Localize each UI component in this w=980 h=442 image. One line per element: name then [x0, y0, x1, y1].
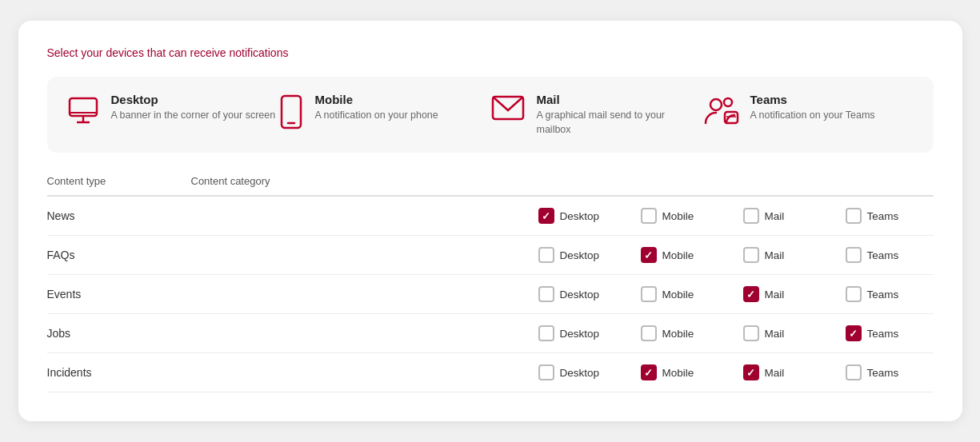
checkbox-label-news-mail: Mail	[765, 210, 785, 222]
check-item-incidents-mail[interactable]: Mail	[743, 364, 831, 380]
checkbox-label-events-desktop: Desktop	[560, 289, 600, 301]
checkbox-label-news-teams: Teams	[867, 210, 899, 222]
checkbox-label-faqs-teams: Teams	[867, 249, 899, 261]
checkbox-label-events-mail: Mail	[765, 289, 785, 301]
checkbox-label-incidents-mail: Mail	[765, 367, 785, 379]
row-label-incidents: Incidents	[47, 366, 191, 379]
row-checks-faqs: DesktopMobileMailTeams	[191, 247, 934, 263]
desktop-icon	[66, 94, 100, 133]
device-name-desktop: Desktop	[111, 93, 276, 106]
check-item-jobs-mobile[interactable]: Mobile	[641, 325, 729, 341]
row-checks-news: DesktopMobileMailTeams	[191, 208, 934, 224]
device-info-mail: Mail A graphical mail send to your mailb…	[537, 93, 702, 137]
checkbox-incidents-teams[interactable]	[846, 364, 862, 380]
device-cards-section: Desktop A banner in the corner of your s…	[47, 77, 934, 153]
device-card-teams: Teams A notification on your Teams	[702, 93, 914, 137]
check-item-incidents-teams[interactable]: Teams	[846, 364, 934, 380]
checkbox-jobs-teams[interactable]	[846, 325, 862, 341]
checkbox-label-news-desktop: Desktop	[560, 210, 600, 222]
checkbox-label-jobs-mobile: Mobile	[662, 328, 694, 340]
check-item-faqs-teams[interactable]: Teams	[846, 247, 934, 263]
device-card-mail: Mail A graphical mail send to your mailb…	[490, 93, 702, 137]
col-header-content-category: Content category	[191, 175, 934, 187]
row-label-news: News	[47, 209, 191, 222]
col-header-content-type: Content type	[47, 175, 191, 187]
device-name-teams: Teams	[750, 93, 875, 106]
checkbox-news-mobile[interactable]	[641, 208, 657, 224]
check-item-jobs-teams[interactable]: Teams	[846, 325, 934, 341]
checkbox-faqs-desktop[interactable]	[538, 247, 554, 263]
checkbox-label-events-teams: Teams	[867, 289, 899, 301]
check-item-incidents-mobile[interactable]: Mobile	[641, 364, 729, 380]
checkbox-label-events-mobile: Mobile	[662, 289, 694, 301]
device-name-mobile: Mobile	[315, 93, 438, 106]
check-item-events-teams[interactable]: Teams	[846, 286, 934, 302]
device-desc-teams: A notification on your Teams	[750, 109, 875, 123]
device-card-mobile: Mobile A notification on your phone	[278, 93, 490, 137]
check-item-events-desktop[interactable]: Desktop	[538, 286, 626, 302]
teams-icon	[702, 94, 739, 131]
device-info-desktop: Desktop A banner in the corner of your s…	[111, 93, 276, 123]
mail-icon	[490, 94, 526, 126]
row-label-jobs: Jobs	[47, 327, 191, 340]
checkbox-events-mail[interactable]	[743, 286, 759, 302]
check-item-faqs-desktop[interactable]: Desktop	[538, 247, 626, 263]
checkbox-incidents-mail[interactable]	[743, 364, 759, 380]
row-label-faqs: FAQs	[47, 249, 191, 261]
checkbox-label-faqs-mail: Mail	[765, 249, 785, 261]
device-desc-mobile: A notification on your phone	[315, 109, 438, 123]
checkbox-faqs-mail[interactable]	[743, 247, 759, 263]
check-item-news-desktop[interactable]: Desktop	[538, 208, 626, 224]
checkbox-label-jobs-teams: Teams	[867, 328, 899, 340]
check-item-incidents-desktop[interactable]: Desktop	[538, 364, 626, 380]
row-checks-jobs: DesktopMobileMailTeams	[191, 325, 934, 341]
checkbox-news-mail[interactable]	[743, 208, 759, 224]
mobile-icon	[278, 94, 304, 134]
check-item-faqs-mail[interactable]: Mail	[743, 247, 831, 263]
check-item-faqs-mobile[interactable]: Mobile	[641, 247, 729, 263]
svg-point-7	[710, 99, 722, 110]
svg-point-8	[724, 98, 732, 106]
device-info-teams: Teams A notification on your Teams	[750, 93, 875, 123]
table-section: Content type Content category NewsDeskto…	[47, 175, 934, 392]
checkbox-events-desktop[interactable]	[538, 286, 554, 302]
main-card: Select your devices that can receive not…	[18, 21, 962, 421]
checkbox-news-desktop[interactable]	[538, 208, 554, 224]
row-label-events: Events	[47, 288, 191, 301]
checkbox-jobs-mobile[interactable]	[641, 325, 657, 341]
check-item-jobs-mail[interactable]: Mail	[743, 325, 831, 341]
row-checks-events: DesktopMobileMailTeams	[191, 286, 934, 302]
table-row: FAQsDesktopMobileMailTeams	[47, 236, 934, 275]
device-card-desktop: Desktop A banner in the corner of your s…	[66, 93, 278, 137]
checkbox-incidents-mobile[interactable]	[641, 364, 657, 380]
checkbox-events-mobile[interactable]	[641, 286, 657, 302]
checkbox-label-incidents-mobile: Mobile	[662, 367, 694, 379]
checkbox-label-incidents-teams: Teams	[867, 367, 899, 379]
check-item-news-teams[interactable]: Teams	[846, 208, 934, 224]
device-desc-mail: A graphical mail send to your mailbox	[537, 109, 702, 137]
checkbox-events-teams[interactable]	[846, 286, 862, 302]
checkbox-incidents-desktop[interactable]	[538, 364, 554, 380]
check-item-events-mobile[interactable]: Mobile	[641, 286, 729, 302]
checkbox-label-news-mobile: Mobile	[662, 210, 694, 222]
checkbox-label-faqs-desktop: Desktop	[560, 249, 600, 261]
device-name-mail: Mail	[537, 93, 702, 106]
check-item-jobs-desktop[interactable]: Desktop	[538, 325, 626, 341]
table-row: JobsDesktopMobileMailTeams	[47, 314, 934, 353]
checkbox-faqs-teams[interactable]	[846, 247, 862, 263]
checkbox-jobs-desktop[interactable]	[538, 325, 554, 341]
checkbox-label-jobs-desktop: Desktop	[560, 328, 600, 340]
checkbox-label-incidents-desktop: Desktop	[560, 367, 600, 379]
check-item-news-mail[interactable]: Mail	[743, 208, 831, 224]
checkbox-faqs-mobile[interactable]	[641, 247, 657, 263]
table-header: Content type Content category	[47, 175, 934, 197]
row-checks-incidents: DesktopMobileMailTeams	[191, 364, 934, 380]
checkbox-label-jobs-mail: Mail	[765, 328, 785, 340]
checkbox-jobs-mail[interactable]	[743, 325, 759, 341]
checkbox-label-faqs-mobile: Mobile	[662, 249, 694, 261]
check-item-news-mobile[interactable]: Mobile	[641, 208, 729, 224]
check-item-events-mail[interactable]: Mail	[743, 286, 831, 302]
checkbox-news-teams[interactable]	[846, 208, 862, 224]
table-row: NewsDesktopMobileMailTeams	[47, 197, 934, 236]
device-info-mobile: Mobile A notification on your phone	[315, 93, 438, 123]
